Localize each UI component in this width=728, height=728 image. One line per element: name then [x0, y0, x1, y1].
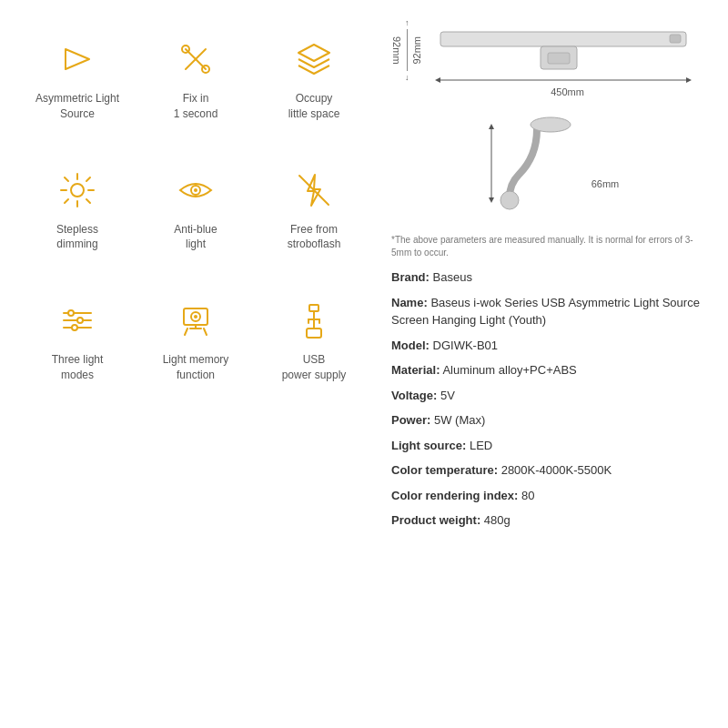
spec-light-source: Light source: LED — [391, 437, 710, 455]
layers-icon — [291, 36, 337, 82]
feature-dimming: Steplessdimming — [18, 158, 136, 262]
asymmetric-icon — [55, 36, 100, 82]
spec-power-label: Power: — [391, 413, 430, 427]
feature-usb: USBpower supply — [255, 288, 373, 392]
svg-point-24 — [72, 325, 77, 330]
sun-icon — [55, 167, 100, 213]
spec-cri-value: 80 — [521, 489, 534, 502]
svg-rect-39 — [670, 35, 681, 43]
feature-antiblue: Anti-bluelight — [136, 158, 255, 262]
svg-marker-48 — [489, 124, 494, 129]
spec-brand-value: Baseus — [433, 270, 472, 284]
spec-weight-label: Product weight: — [391, 513, 480, 527]
spec-voltage-value: 5V — [440, 389, 455, 402]
spec-name-value: Baseus i-wok Series USB Asymmetric Light… — [391, 296, 700, 328]
svg-marker-49 — [489, 197, 494, 203]
svg-line-12 — [86, 199, 90, 203]
usb-icon — [291, 298, 337, 343]
feature-asymmetric-label: Asymmetric LightSource — [35, 91, 119, 122]
svg-point-6 — [71, 184, 84, 197]
svg-marker-0 — [66, 49, 89, 69]
spec-cri-label: Color rendering index: — [391, 489, 518, 502]
svg-point-23 — [77, 318, 83, 323]
specs-list: Brand: Baseus Name: Baseus i-wok Series … — [391, 268, 710, 537]
svg-marker-43 — [435, 77, 440, 83]
height-label-2: 92mm — [411, 36, 422, 65]
wrench-icon — [173, 36, 218, 82]
spec-light-source-value: LED — [470, 439, 492, 452]
spec-material-value: Aluminum alloy+PC+ABS — [442, 363, 576, 377]
features-grid: Asymmetric LightSource Fix in1 second — [18, 27, 373, 392]
spec-weight-value: 480g — [484, 513, 511, 527]
spec-power: Power: 5W (Max) — [391, 411, 710, 430]
spec-model-label: Model: — [391, 339, 430, 352]
svg-line-31 — [204, 329, 207, 335]
feature-dimming-label: Steplessdimming — [56, 222, 98, 253]
feature-fix: Fix in1 second — [136, 27, 255, 131]
svg-line-13 — [86, 177, 90, 181]
spec-weight: Product weight: 480g — [391, 511, 710, 530]
feature-memory-label: Light memoryfunction — [163, 352, 229, 383]
left-panel: Asymmetric LightSource Fix in1 second — [18, 18, 373, 710]
main-container: Asymmetric LightSource Fix in1 second — [0, 0, 728, 728]
svg-rect-32 — [309, 305, 318, 311]
spec-cri: Color rendering index: 80 — [391, 487, 710, 505]
feature-space-label: Occupylittle space — [288, 91, 340, 122]
spec-color-temp-value: 2800K-4000K-5500K — [501, 463, 612, 477]
diagram-note: *The above parameters are measured manua… — [391, 234, 710, 259]
lightning-icon — [291, 167, 337, 213]
svg-point-27 — [194, 315, 197, 318]
svg-line-30 — [185, 329, 187, 335]
spec-material: Material: Aluminum alloy+PC+ABS — [391, 361, 710, 379]
svg-rect-41 — [548, 53, 570, 64]
webcam-icon — [173, 298, 218, 343]
spec-material-label: Material: — [391, 363, 440, 377]
spec-model: Model: DGIWK-B01 — [391, 337, 710, 355]
spec-brand: Brand: Baseus — [391, 268, 710, 287]
spec-name-label: Name: — [391, 296, 428, 309]
right-panel: 92mm ↑ ↓ 92mm — [373, 18, 710, 710]
feature-strobo: Free fromstroboflash — [255, 158, 373, 262]
eye-icon — [173, 167, 218, 213]
feature-modes-label: Three lightmodes — [52, 352, 104, 383]
sliders-icon — [55, 298, 100, 343]
spec-brand-label: Brand: — [391, 270, 430, 284]
feature-strobo-label: Free fromstroboflash — [288, 222, 341, 253]
svg-point-45 — [531, 117, 571, 132]
height-label: 92mm — [391, 36, 402, 65]
spec-model-value: DGIWK-B01 — [433, 339, 499, 352]
svg-marker-5 — [298, 45, 329, 61]
depth-label: 66mm — [592, 178, 620, 189]
feature-space: Occupylittle space — [255, 27, 373, 131]
spec-color-temp-label: Color temperature: — [391, 463, 498, 477]
feature-fix-label: Fix in1 second — [174, 91, 218, 122]
spec-name: Name: Baseus i-wok Series USB Asymmetric… — [391, 294, 710, 329]
width-label: 450mm — [551, 86, 584, 97]
spec-color-temp: Color temperature: 2800K-4000K-5500K — [391, 461, 710, 480]
spec-power-value: 5W (Max) — [434, 413, 485, 427]
svg-line-14 — [65, 199, 68, 203]
feature-usb-label: USBpower supply — [282, 352, 347, 383]
svg-line-11 — [65, 177, 68, 181]
feature-modes: Three lightmodes — [18, 288, 136, 392]
svg-rect-34 — [307, 329, 321, 338]
diagram-section: 92mm ↑ ↓ 92mm — [391, 18, 710, 225]
svg-point-22 — [68, 310, 74, 316]
lamp-side-diagram — [482, 111, 610, 220]
svg-marker-44 — [686, 77, 692, 83]
spec-voltage-label: Voltage: — [391, 389, 437, 402]
spec-voltage: Voltage: 5V — [391, 387, 710, 405]
feature-asymmetric: Asymmetric LightSource — [18, 27, 136, 131]
lamp-top-diagram — [431, 18, 704, 91]
svg-rect-38 — [440, 32, 686, 46]
svg-point-46 — [500, 191, 519, 209]
feature-memory: Light memoryfunction — [136, 288, 255, 392]
spec-light-source-label: Light source: — [391, 439, 466, 452]
feature-antiblue-label: Anti-bluelight — [174, 222, 217, 253]
svg-point-16 — [194, 188, 197, 192]
